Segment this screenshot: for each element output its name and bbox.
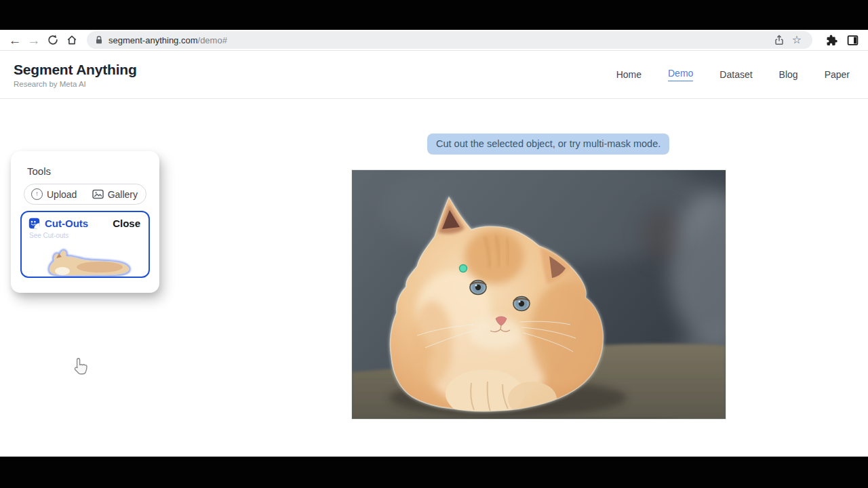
home-button[interactable] bbox=[62, 30, 81, 49]
tools-panel: Tools ↑ Upload Gallery bbox=[11, 151, 159, 293]
nav-item-home[interactable]: Home bbox=[616, 69, 642, 80]
page-subtitle: Research by Meta AI bbox=[14, 80, 137, 88]
nav-item-demo[interactable]: Demo bbox=[668, 68, 693, 81]
gallery-label: Gallery bbox=[108, 189, 138, 200]
cutouts-subtitle: See Cut-outs bbox=[29, 232, 149, 239]
gallery-button[interactable]: Gallery bbox=[92, 184, 146, 204]
nav-item-dataset[interactable]: Dataset bbox=[719, 69, 752, 80]
hint-tooltip: Cut out the selected object, or try mult… bbox=[427, 134, 669, 155]
tools-heading: Tools bbox=[27, 165, 159, 177]
cutouts-header-row: Cut-Outs Close bbox=[22, 212, 149, 229]
forward-arrow-icon: → bbox=[28, 34, 41, 47]
main-nav: Home Demo Dataset Blog Paper bbox=[616, 68, 850, 81]
cat-right-eye bbox=[513, 297, 530, 311]
back-arrow-icon: ← bbox=[9, 34, 22, 47]
demo-image-canvas[interactable] bbox=[352, 170, 726, 419]
cutouts-close-button[interactable]: Close bbox=[113, 218, 140, 229]
letterbox-top bbox=[0, 0, 868, 30]
browser-toolbar: ← → segment-anything.com/demo# bbox=[0, 30, 868, 51]
cutouts-sticker-icon bbox=[28, 218, 40, 229]
cutouts-card[interactable]: Cut-Outs Close See Cut-outs bbox=[20, 211, 150, 278]
upload-icon: ↑ bbox=[31, 188, 43, 200]
side-panel-button[interactable] bbox=[844, 31, 861, 49]
bookmark-star-icon: ☆ bbox=[792, 35, 802, 45]
extensions-button[interactable] bbox=[822, 31, 840, 49]
letterbox-bottom bbox=[0, 457, 868, 488]
back-button[interactable]: ← bbox=[5, 30, 24, 49]
home-icon bbox=[66, 34, 78, 46]
url-path: /demo# bbox=[198, 35, 227, 45]
address-bar[interactable]: segment-anything.com/demo# ☆ bbox=[87, 31, 812, 49]
site-header: Segment Anything Research by Meta AI Hom… bbox=[0, 51, 868, 99]
title-block: Segment Anything Research by Meta AI bbox=[14, 62, 137, 88]
gallery-icon bbox=[92, 189, 104, 199]
url-text: segment-anything.com/demo# bbox=[108, 35, 227, 45]
page-title: Segment Anything bbox=[14, 62, 137, 78]
cat-photo bbox=[352, 170, 726, 419]
cutouts-title: Cut-Outs bbox=[45, 218, 88, 229]
upload-button[interactable]: ↑ Upload bbox=[24, 184, 92, 204]
tools-button-group: ↑ Upload Gallery bbox=[24, 184, 146, 205]
share-icon bbox=[773, 34, 785, 46]
extensions-puzzle-icon bbox=[825, 34, 837, 47]
cutout-thumbnail-cat[interactable] bbox=[35, 247, 137, 278]
nav-item-paper[interactable]: Paper bbox=[825, 69, 850, 80]
forward-button[interactable]: → bbox=[24, 30, 43, 49]
upload-label: Upload bbox=[47, 189, 77, 200]
url-domain: segment-anything.com bbox=[108, 35, 198, 45]
reload-button[interactable] bbox=[43, 30, 62, 49]
cat-left-eye bbox=[470, 281, 486, 295]
nav-item-blog[interactable]: Blog bbox=[779, 69, 798, 80]
bookmark-button[interactable]: ☆ bbox=[788, 32, 806, 48]
selection-point bbox=[460, 265, 467, 272]
page: Segment Anything Research by Meta AI Hom… bbox=[0, 51, 868, 456]
lock-icon bbox=[95, 35, 103, 45]
side-panel-icon bbox=[846, 34, 859, 47]
screen: ← → segment-anything.com/demo# bbox=[0, 0, 868, 488]
share-button[interactable] bbox=[770, 32, 788, 48]
reload-icon bbox=[47, 34, 59, 46]
hand-cursor bbox=[73, 357, 87, 375]
